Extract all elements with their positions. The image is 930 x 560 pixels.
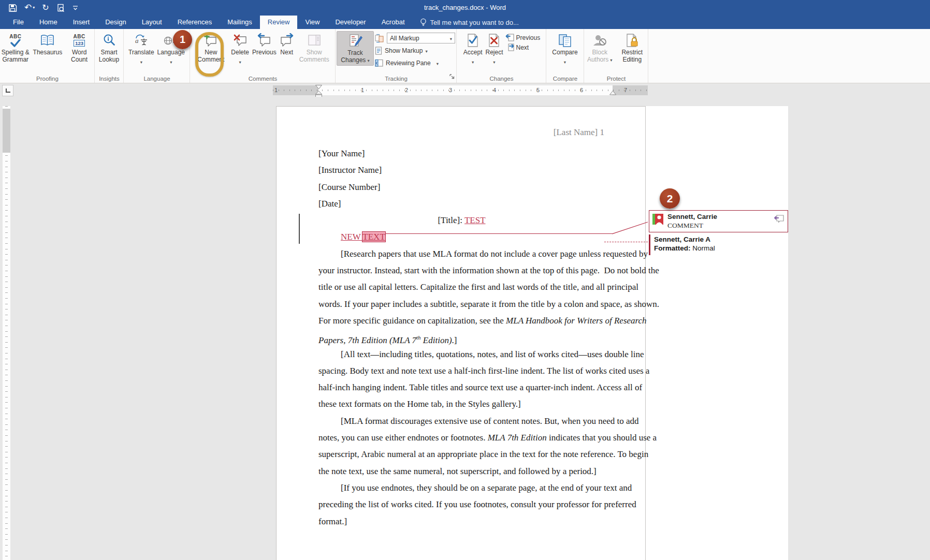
previous-change-icon	[505, 34, 514, 41]
ribbon-tab-row: FileHomeInsertDesignLayoutReferencesMail…	[0, 16, 930, 29]
tab-insert[interactable]: Insert	[65, 16, 98, 29]
tab-design[interactable]: Design	[97, 16, 134, 29]
reply-comment-icon[interactable]	[774, 214, 784, 225]
group-changes: Accept Reject Previous Next	[457, 29, 546, 83]
ruler-number: 1	[274, 87, 278, 93]
ribbon-tabs: FileHomeInsertDesignLayoutReferencesMail…	[5, 16, 413, 29]
comment-card[interactable]: Sennett, Carrie COMMENT	[649, 210, 788, 232]
track-changes-dropdown-caret[interactable]	[367, 56, 369, 64]
lightbulb-icon	[420, 18, 427, 27]
accept-dropdown-caret[interactable]	[472, 56, 474, 66]
doc-line: your instructor. Instead, start with the…	[318, 262, 605, 279]
previous-change-button[interactable]: Previous	[505, 34, 541, 41]
next-comment-button[interactable]: Next	[279, 31, 295, 57]
thesaurus-button[interactable]: Thesaurus	[32, 31, 64, 57]
ruler-number: 5	[536, 87, 540, 93]
reject-dropdown-caret[interactable]	[493, 56, 495, 66]
delete-dropdown-caret[interactable]	[239, 56, 241, 66]
new-comment-icon	[204, 32, 218, 49]
ruler-number: 6	[580, 87, 583, 93]
translate-dropdown-caret[interactable]	[140, 56, 142, 66]
ruler-number: 3	[449, 87, 452, 93]
redo-icon[interactable]	[42, 2, 49, 14]
customize-quick-access-icon[interactable]	[72, 5, 78, 11]
tab-developer[interactable]: Developer	[327, 16, 373, 29]
previous-comment-button[interactable]: Previous	[251, 31, 278, 57]
track-changes-button[interactable]: Track Changes	[337, 31, 374, 66]
show-markup-row[interactable]: Show Markup	[375, 45, 455, 56]
doc-line: [Instructor Name]	[318, 162, 605, 179]
spelling-grammar-icon: ABC	[9, 32, 21, 49]
group-protect: Block Authors Restrict Editing	[584, 29, 648, 83]
tab-review[interactable]: Review	[260, 16, 298, 29]
tab-mailings[interactable]: Mailings	[220, 16, 260, 29]
new-comment-button[interactable]: New Comment	[193, 31, 229, 64]
ruler-number: 2	[405, 87, 408, 93]
reviewing-pane-icon	[375, 59, 383, 67]
doc-line: [If you use endnotes, they should be on …	[318, 480, 605, 496]
document-text[interactable]: [Your Name][Instructor Name][Course Numb…	[318, 145, 605, 530]
quick-access-toolbar	[8, 2, 78, 14]
doc-line: title or use all capital letters. Capita…	[318, 279, 605, 296]
reviewing-pane-row[interactable]: Reviewing Pane	[375, 57, 455, 68]
tab-layout[interactable]: Layout	[134, 16, 170, 29]
language-dropdown-caret[interactable]	[170, 56, 172, 66]
group-tracking: Track Changes All Markup Show Markup Rev…	[336, 29, 457, 83]
horizontal-ruler[interactable]: 11234567	[273, 85, 648, 95]
undo-icon[interactable]	[24, 2, 35, 14]
next-change-button[interactable]: Next	[505, 43, 541, 51]
compare-icon	[558, 32, 572, 49]
compare-dropdown-caret[interactable]	[564, 56, 566, 66]
tab-stop-selector[interactable]	[2, 85, 13, 96]
block-authors-button[interactable]: Block Authors	[584, 31, 616, 65]
tab-references[interactable]: References	[170, 16, 220, 29]
group-compare: Compare	[546, 29, 584, 83]
author-avatar	[652, 214, 663, 225]
person-icon	[655, 214, 663, 225]
tracking-options-column: All Markup Show Markup Reviewing Pane	[375, 31, 455, 68]
compare-button[interactable]: Compare	[551, 31, 578, 67]
revision-bar	[649, 234, 650, 255]
vertical-ruler[interactable]	[3, 106, 10, 560]
doc-line: [Date]	[318, 196, 605, 212]
save-icon[interactable]	[8, 4, 17, 12]
ruler-number: 7	[624, 87, 627, 93]
restrict-editing-button[interactable]: Restrict Editing	[617, 31, 648, 64]
delete-comment-button[interactable]: Delete	[230, 31, 250, 67]
spelling-grammar-button[interactable]: ABC Spelling & Grammar	[0, 31, 31, 64]
display-for-review-icon	[375, 34, 384, 42]
doc-line: NEW TEXT	[318, 229, 605, 245]
title-bar: track_changes.docx - Word	[0, 0, 930, 16]
show-comments-button[interactable]: Show Comments	[296, 31, 332, 64]
reject-button[interactable]: Reject	[484, 31, 504, 67]
comment-body: COMMENT	[667, 222, 703, 230]
tab-home[interactable]: Home	[32, 16, 65, 29]
tell-me-box[interactable]: Tell me what you want to do...	[420, 16, 519, 29]
revision-entry[interactable]: Sennett, Carrie A Formatted: Normal	[649, 234, 788, 255]
doc-line: spacing. Body text and note text use a h…	[318, 363, 605, 379]
group-language: a Translate A Language	[124, 29, 190, 83]
ribbon: ABC Spelling & Grammar Thesaurus ABC 123…	[0, 29, 930, 83]
group-label-proofing: Proofing	[0, 76, 95, 82]
accept-button[interactable]: Accept	[462, 31, 484, 67]
ruler-number: 1	[361, 87, 364, 93]
doc-line: [Research papers that use MLA format do …	[318, 246, 605, 262]
word-count-button[interactable]: ABC 123 Word Count	[64, 31, 94, 64]
next-change-icon	[505, 43, 514, 51]
tab-view[interactable]: View	[297, 16, 327, 29]
tab-file[interactable]: File	[5, 16, 32, 29]
revision-value: Normal	[692, 244, 715, 252]
smart-lookup-button[interactable]: Smart Lookup	[95, 31, 123, 64]
markup-dropdown-caret	[450, 35, 452, 42]
next-comment-icon	[280, 32, 294, 49]
smart-lookup-icon	[103, 32, 116, 49]
translate-button[interactable]: a Translate	[127, 31, 155, 67]
display-for-review-dropdown[interactable]: All Markup	[387, 33, 455, 43]
language-button[interactable]: A Language	[156, 31, 186, 67]
right-indent-marker[interactable]	[609, 91, 616, 95]
doc-line: half-inch hanging indent. Table titles a…	[318, 379, 605, 396]
group-label-insights: Insights	[95, 76, 124, 82]
print-preview-icon[interactable]	[56, 4, 65, 12]
tab-acrobat[interactable]: Acrobat	[374, 16, 413, 29]
first-line-indent-marker[interactable]	[315, 85, 322, 90]
